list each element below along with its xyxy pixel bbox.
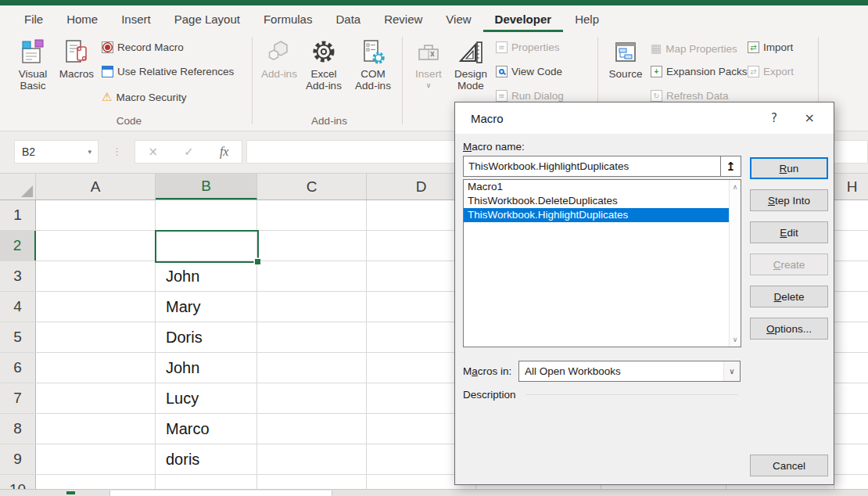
macro-list[interactable]: Macro1 ThisWorkbook.DeleteDuplicates Thi… [463, 179, 741, 347]
visual-basic-button[interactable]: Visual Basic [11, 38, 55, 92]
cell-c8[interactable] [257, 414, 367, 444]
map-properties-button[interactable]: ▦ Map Properties [651, 41, 737, 56]
cell-b6[interactable]: John [156, 353, 257, 383]
name-box[interactable]: B2 ▾ [14, 140, 99, 164]
insert-function-icon[interactable]: fx [220, 145, 229, 159]
column-header-h[interactable]: H [834, 174, 868, 199]
row-header-2[interactable]: 2 [0, 231, 36, 261]
cell-h8[interactable] [834, 414, 868, 444]
insert-control-button[interactable]: Insert ∨ [410, 38, 447, 92]
row-header-5[interactable]: 5 [0, 322, 36, 352]
enter-entry-icon[interactable]: ✓ [184, 145, 194, 159]
cell-b4[interactable]: Mary [156, 292, 257, 322]
cell-b8[interactable]: Marco [156, 414, 257, 444]
macro-name-input[interactable]: ThisWorkbook.HighlightDuplicates [463, 156, 721, 177]
cancel-button[interactable]: Cancel [750, 455, 828, 476]
column-header-a[interactable]: A [36, 174, 156, 199]
macro-list-item[interactable]: ThisWorkbook.DeleteDuplicates [464, 194, 741, 208]
scroll-down-icon[interactable]: ∨ [730, 336, 741, 343]
com-addins-button[interactable]: COM Add-ins [350, 38, 396, 92]
options-button[interactable]: Options... [750, 318, 828, 340]
cell-h1[interactable] [834, 200, 868, 230]
cell-h7[interactable] [834, 383, 868, 413]
tab-page-layout[interactable]: Page Layout [163, 5, 252, 32]
refresh-data-button[interactable]: ↻ Refresh Data [651, 90, 729, 102]
tab-developer[interactable]: Developer [483, 5, 564, 32]
sheet-tab-strip[interactable] [109, 491, 332, 496]
cell-b9[interactable]: doris [156, 444, 257, 474]
cell-h6[interactable] [834, 353, 868, 383]
step-into-button[interactable]: Step Into [750, 189, 828, 211]
cell-b3[interactable]: John [156, 261, 257, 291]
chevron-down-icon[interactable]: ∨ [723, 361, 740, 381]
cell-a2[interactable] [36, 231, 156, 261]
expansion-packs-button[interactable]: + Expansion Packs [651, 66, 748, 77]
cell-a4[interactable] [36, 292, 156, 322]
tab-file[interactable]: File [13, 5, 55, 32]
cell-c2[interactable] [257, 231, 367, 261]
cell-a5[interactable] [36, 322, 156, 352]
cell-h4[interactable] [834, 292, 868, 322]
cell-a7[interactable] [36, 383, 156, 413]
column-header-b[interactable]: B [156, 174, 257, 199]
view-code-button[interactable]: View Code [496, 66, 562, 77]
column-header-c[interactable]: C [257, 174, 367, 199]
row-header-4[interactable]: 4 [0, 292, 36, 322]
row-header-7[interactable]: 7 [0, 383, 36, 413]
cell-h5[interactable] [834, 322, 868, 352]
cancel-entry-icon[interactable]: × [149, 145, 159, 159]
cell-b7[interactable]: Lucy [156, 383, 257, 413]
cell-a3[interactable] [36, 261, 156, 291]
close-icon[interactable]: × [805, 110, 815, 125]
export-button[interactable]: ⇄ Export [748, 66, 794, 77]
tab-home[interactable]: Home [55, 5, 109, 32]
tab-insert[interactable]: Insert [109, 5, 163, 32]
cell-a8[interactable] [36, 414, 156, 444]
cell-c3[interactable] [257, 261, 367, 291]
tab-data[interactable]: Data [324, 5, 372, 32]
run-button[interactable]: Run [750, 157, 828, 179]
tab-formulas[interactable]: Formulas [252, 5, 325, 32]
scroll-up-icon[interactable]: ∧ [730, 183, 741, 191]
row-header-3[interactable]: 3 [0, 261, 36, 291]
cell-a9[interactable] [36, 444, 156, 474]
use-relative-references-button[interactable]: Use Relative References [102, 66, 234, 77]
cell-c5[interactable] [257, 322, 367, 352]
row-header-6[interactable]: 6 [0, 353, 36, 383]
cell-b1[interactable] [156, 200, 257, 230]
design-mode-button[interactable]: Design Mode [449, 38, 493, 92]
macro-list-item-selected[interactable]: ThisWorkbook.HighlightDuplicates [464, 208, 741, 222]
macros-in-dropdown[interactable]: All Open Workbooks ∨ [518, 361, 741, 382]
cell-c6[interactable] [257, 353, 367, 383]
macro-name-up-button[interactable]: ↥ [721, 156, 741, 177]
active-cell-selection-b2[interactable] [155, 230, 259, 263]
insert-dropdown-chevron-icon[interactable]: ∨ [410, 80, 447, 92]
name-box-dropdown-icon[interactable]: ▾ [81, 148, 98, 156]
run-dialog-button[interactable]: ≡ Run Dialog [496, 90, 564, 102]
select-all-corner[interactable] [0, 174, 36, 199]
macro-dialog-titlebar[interactable]: Macro ? × [455, 102, 834, 134]
import-button[interactable]: ⇄ Import [748, 41, 793, 53]
macro-list-scrollbar[interactable]: ∧ ∨ [729, 180, 741, 347]
help-icon[interactable]: ? [771, 111, 777, 125]
cell-h3[interactable] [834, 261, 868, 291]
properties-button[interactable]: ≡ Properties [496, 41, 560, 53]
row-header-9[interactable]: 9 [0, 444, 36, 474]
cell-a6[interactable] [36, 353, 156, 383]
record-macro-button[interactable]: Record Macro [102, 41, 184, 53]
cell-b5[interactable]: Doris [156, 322, 257, 352]
tab-review[interactable]: Review [372, 5, 434, 32]
cell-h9[interactable] [834, 444, 868, 474]
cell-c7[interactable] [257, 383, 367, 413]
cell-h2[interactable] [834, 231, 868, 261]
cell-c1[interactable] [257, 200, 367, 230]
tab-view[interactable]: View [434, 5, 482, 32]
fill-handle[interactable] [255, 259, 260, 264]
macro-list-item[interactable]: Macro1 [464, 180, 741, 194]
cell-a1[interactable] [36, 200, 156, 230]
source-button[interactable]: Source [605, 38, 646, 80]
excel-addins-button[interactable]: Excel Add-ins [300, 38, 347, 92]
macro-security-button[interactable]: ⚠ Macro Security [102, 90, 186, 104]
row-header-1[interactable]: 1 [0, 200, 36, 230]
macros-button[interactable]: Macros [55, 38, 99, 80]
